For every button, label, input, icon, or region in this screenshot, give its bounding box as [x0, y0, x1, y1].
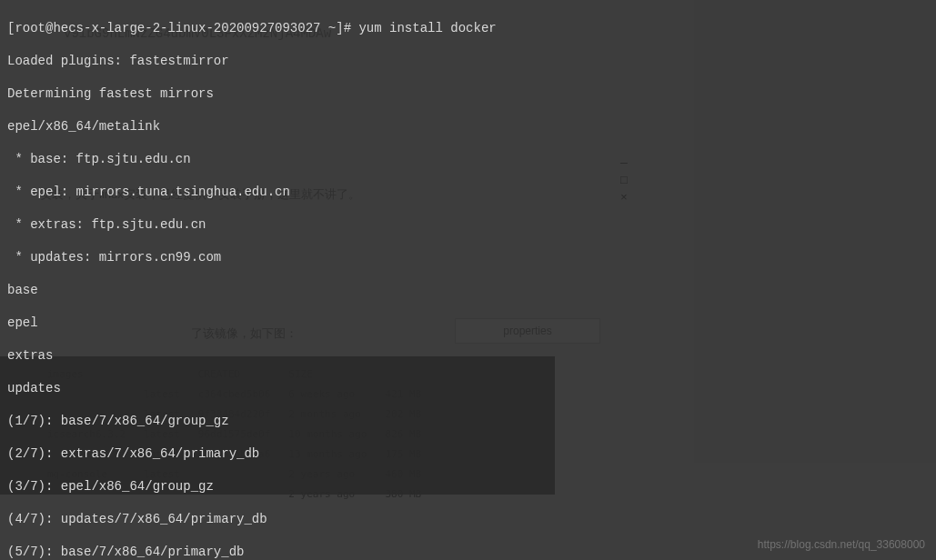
terminal-line: * extras: ftp.sjtu.edu.cn	[7, 216, 929, 233]
terminal-line: Loaded plugins: fastestmirror	[7, 53, 929, 69]
terminal-line: epel/x86_64/metalink	[7, 118, 929, 135]
terminal-output[interactable]: [root@hecs-x-large-2-linux-2020092709302…	[0, 0, 936, 560]
watermark-text: https://blog.csdn.net/qq_33608000	[758, 536, 925, 553]
terminal-line: * updates: mirrors.cn99.com	[7, 249, 929, 265]
terminal-line: * epel: mirrors.tuna.tsinghua.edu.cn	[7, 184, 929, 200]
terminal-line: extras	[7, 347, 929, 364]
terminal-prompt-line: [root@hecs-x-large-2-linux-2020092709302…	[7, 20, 929, 36]
terminal-line: (4/7): updates/7/x86_64/primary_db	[7, 511, 929, 527]
terminal-line: * base: ftp.sjtu.edu.cn	[7, 151, 929, 167]
terminal-line: updates	[7, 380, 929, 396]
terminal-line: Determining fastest mirrors	[7, 85, 929, 102]
terminal-line: (3/7): epel/x86_64/group_gz	[7, 478, 929, 495]
terminal-line: (1/7): base/7/x86_64/group_gz	[7, 413, 929, 429]
terminal-line: (2/7): extras/7/x86_64/primary_db	[7, 445, 929, 462]
terminal-line: base	[7, 282, 929, 298]
terminal-line: epel	[7, 315, 929, 331]
